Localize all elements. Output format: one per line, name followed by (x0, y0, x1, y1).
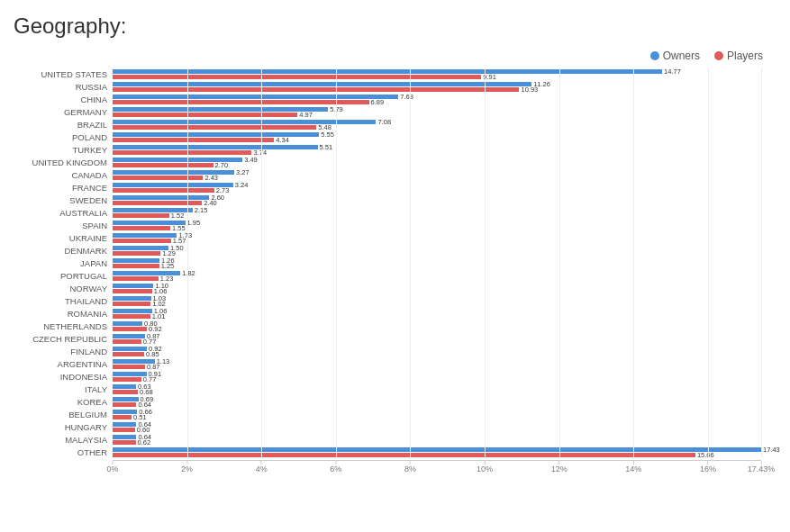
y-label: FINLAND (70, 345, 107, 357)
main-container: Geography: Owners Players UNITED STATESR… (0, 0, 790, 532)
x-tick-label: 14% (625, 464, 641, 473)
table-row: 0.660.51 (113, 408, 781, 420)
y-axis: UNITED STATESRUSSIACHINAGERMANYBRAZILPOL… (14, 68, 113, 478)
x-tick-label: 4% (256, 464, 268, 473)
y-label: KOREA (77, 395, 107, 408)
page-title: Geography: (14, 14, 781, 39)
chart-body: UNITED STATESRUSSIACHINAGERMANYBRAZILPOL… (14, 68, 781, 478)
x-tick: 16% (700, 461, 716, 473)
y-label: AUSTRALIA (59, 206, 107, 219)
chart-area: Owners Players UNITED STATESRUSSIACHINAG… (14, 50, 781, 478)
table-row: 0.910.77 (113, 370, 781, 383)
x-tick: 12% (551, 461, 568, 473)
y-label: FRANCE (72, 181, 107, 194)
y-label: CANADA (71, 168, 107, 181)
x-tick: 17.43% (748, 461, 776, 473)
table-row: 1.261.25 (113, 257, 781, 269)
table-row: 5.794.97 (113, 105, 781, 118)
table-row: 14.779.91 (113, 68, 781, 80)
table-row: 5.554.34 (113, 131, 781, 143)
x-tick: 14% (625, 461, 641, 473)
x-tick-label: 8% (404, 464, 416, 473)
y-label: TURKEY (72, 143, 107, 156)
table-row: 0.640.62 (113, 433, 781, 446)
x-tick: 2% (181, 461, 193, 473)
table-row: 1.951.55 (113, 219, 781, 231)
owners-dot (650, 51, 659, 60)
x-tick-label: 2% (181, 464, 193, 473)
table-row: 0.630.68 (113, 383, 781, 395)
table-row: 1.731.57 (113, 231, 781, 244)
y-label: UNITED KINGDOM (32, 156, 107, 168)
table-row: 1.101.06 (113, 282, 781, 294)
y-label: BELGIUM (68, 408, 107, 420)
players-value: 15.66 (697, 451, 714, 459)
y-label: UKRAINE (69, 231, 107, 244)
y-label: JAPAN (80, 257, 107, 269)
y-label: SWEDEN (69, 194, 107, 206)
y-label: ITALY (85, 383, 107, 395)
table-row: 17.4315.66 (113, 446, 781, 458)
players-label: Players (727, 50, 763, 62)
y-label: UNITED STATES (41, 68, 107, 80)
table-row: 3.272.43 (113, 168, 781, 181)
y-label: THAILAND (65, 294, 107, 307)
table-row: 1.130.87 (113, 357, 781, 370)
x-tick: 8% (404, 461, 416, 473)
x-tick: 10% (477, 461, 493, 473)
y-label: HUNGARY (65, 420, 107, 433)
table-row: 2.151.52 (113, 206, 781, 219)
table-row: 0.640.60 (113, 420, 781, 433)
y-label: NETHERLANDS (43, 320, 107, 332)
y-label: MALAYSIA (65, 433, 107, 446)
table-row: 1.821.23 (113, 269, 781, 282)
y-label: ARGENTINA (58, 357, 107, 370)
legend-owners: Owners (650, 50, 700, 62)
bars-container: 14.779.9111.2610.937.686.895.794.977.085… (113, 68, 781, 458)
x-tick-label: 12% (551, 464, 568, 473)
y-label: CHINA (80, 93, 107, 105)
players-dot (714, 51, 723, 60)
table-row: 0.870.77 (113, 332, 781, 345)
table-row: 0.800.92 (113, 320, 781, 332)
table-row: 5.513.74 (113, 143, 781, 156)
table-row: 3.492.70 (113, 156, 781, 168)
x-tick-label: 0% (106, 464, 118, 473)
x-tick-label: 6% (330, 464, 341, 473)
table-row: 3.242.73 (113, 181, 781, 194)
y-label: CZECH REPUBLIC (32, 332, 107, 345)
y-label: OTHER (77, 446, 107, 458)
table-row: 7.686.89 (113, 93, 781, 105)
y-label: INDONESIA (60, 370, 107, 383)
y-label: DENMARK (64, 244, 107, 257)
table-row: 0.690.64 (113, 395, 781, 408)
x-tick: 0% (106, 461, 118, 473)
owners-label: Owners (663, 50, 700, 62)
y-label: NORWAY (69, 282, 107, 294)
x-axis: 0%2%4%6%8%10%12%14%16%17.43% (113, 460, 761, 478)
y-label: ROMANIA (68, 307, 107, 320)
x-tick: 6% (330, 461, 341, 473)
chart-legend: Owners Players (14, 50, 781, 62)
table-row: 11.2610.93 (113, 80, 781, 93)
legend-players: Players (714, 50, 763, 62)
table-row: 0.920.85 (113, 345, 781, 357)
table-row: 7.085.48 (113, 118, 781, 131)
x-tick-label: 10% (477, 464, 493, 473)
x-tick-label: 17.43% (748, 464, 776, 473)
table-row: 1.501.29 (113, 244, 781, 257)
y-label: SPAIN (82, 219, 107, 231)
y-label: BRAZIL (77, 118, 107, 131)
table-row: 1.061.01 (113, 307, 781, 320)
y-label: POLAND (72, 131, 107, 143)
y-label: PORTUGAL (60, 269, 107, 282)
x-tick: 4% (256, 461, 268, 473)
bars-and-xaxis: 14.779.9111.2610.937.686.895.794.977.085… (113, 68, 781, 478)
x-tick-label: 16% (700, 464, 716, 473)
y-label: RUSSIA (76, 80, 107, 93)
table-row: 2.602.40 (113, 194, 781, 206)
y-label: GERMANY (64, 105, 107, 118)
table-row: 1.031.02 (113, 294, 781, 307)
